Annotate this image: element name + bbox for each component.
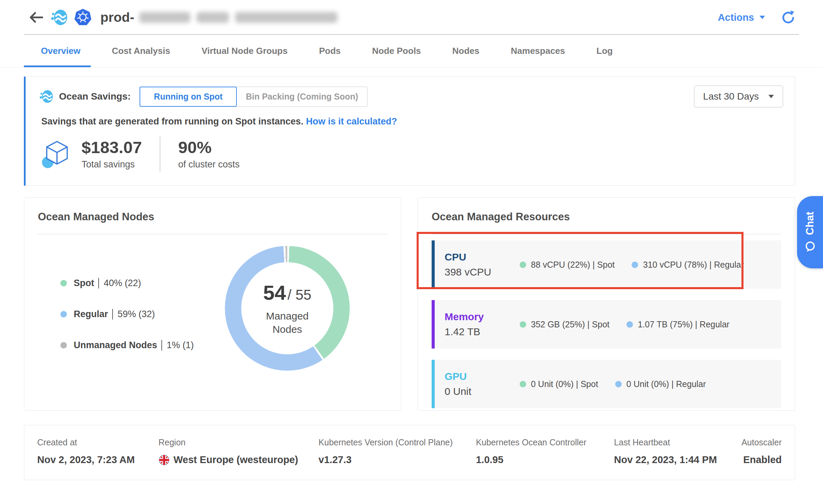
cpu-regular-stat: 310 vCPU (78%) | Regular xyxy=(632,260,744,270)
redacted-cluster-name xyxy=(139,12,337,23)
ocean-savings-icon xyxy=(39,89,54,104)
cpu-accent-bar xyxy=(432,240,435,289)
spot-dot-icon xyxy=(520,321,526,328)
cpu-regular-text: 310 vCPU (78%) | Regular xyxy=(643,260,744,270)
chevron-down-icon xyxy=(768,95,774,98)
gpu-regular-text: 0 Unit (0%) | Regular xyxy=(626,379,706,389)
legend-spot-value: 40% (22) xyxy=(98,278,141,288)
legend-unmanaged-name: Unmanaged Nodes xyxy=(74,340,157,351)
cluster-costs-percent: 90% xyxy=(178,138,240,157)
uk-flag-icon xyxy=(159,455,170,465)
gpu-name: GPU xyxy=(445,371,520,382)
savings-description: Savings that are generated from running … xyxy=(41,116,303,127)
regular-dot-icon xyxy=(632,262,638,268)
ocean-controller-value: 1.0.95 xyxy=(476,454,504,465)
ocean-savings-panel: Ocean Savings: Running on Spot Bin Packi… xyxy=(24,76,795,186)
how-calculated-link[interactable]: How is it calculated? xyxy=(306,116,397,127)
legend-item-unmanaged: Unmanaged Nodes 1% (1) xyxy=(60,340,194,351)
memory-accent-bar xyxy=(432,300,435,349)
tab-nodes[interactable]: Nodes xyxy=(452,35,479,67)
resource-row-gpu: GPU 0 Unit 0 Unit (0%) | Spot 0 Unit (0%… xyxy=(432,360,781,408)
last-heartbeat-item: Last Heartbeat Nov 22, 2023, 1:44 PM xyxy=(614,438,741,465)
savings-view-toggle: Running on Spot Bin Packing (Coming Soon… xyxy=(140,87,367,107)
k8s-version-item: Kubernetes Version (Control Plane) v1.27… xyxy=(319,438,476,465)
actions-label: Actions xyxy=(718,12,754,23)
last-heartbeat-label: Last Heartbeat xyxy=(614,438,741,447)
kubernetes-logo-icon xyxy=(74,8,92,27)
cluster-info-bar: Created at Nov 2, 2023, 7:23 AM Region W… xyxy=(24,425,795,480)
managed-nodes-donut-chart: 54 / 55 Managed Nodes xyxy=(225,246,350,371)
tab-node-pools[interactable]: Node Pools xyxy=(372,35,421,67)
tab-pods[interactable]: Pods xyxy=(319,35,341,67)
created-at-value: Nov 2, 2023, 7:23 AM xyxy=(37,454,135,465)
region-label: Region xyxy=(159,438,319,447)
cpu-name: CPU xyxy=(445,251,520,263)
bin-packing-toggle[interactable]: Bin Packing (Coming Soon) xyxy=(237,87,367,107)
gpu-accent-bar xyxy=(432,360,435,408)
memory-name: Memory xyxy=(445,311,520,323)
back-arrow-icon xyxy=(27,11,44,24)
tab-bar: Overview Cost Analysis Virtual Node Grou… xyxy=(0,35,823,68)
memory-spot-stat: 352 GB (25%) | Spot xyxy=(520,320,609,329)
spot-dot-icon xyxy=(520,381,526,387)
autoscaler-label: Autoscaler xyxy=(741,438,782,447)
ocean-logo-icon xyxy=(50,8,69,27)
cluster-costs-figure: 90% of cluster costs xyxy=(178,138,240,170)
region-item: Region West Europe (westeurope) xyxy=(159,438,319,465)
managed-resources-title: Ocean Managed Resources xyxy=(432,211,781,223)
chat-label: Chat xyxy=(804,212,816,235)
managed-nodes-title: Ocean Managed Nodes xyxy=(38,211,387,223)
back-button[interactable] xyxy=(27,10,44,25)
region-value: West Europe (westeurope) xyxy=(174,454,298,465)
cpu-spot-text: 88 vCPU (22%) | Spot xyxy=(531,260,615,270)
figure-divider xyxy=(160,136,160,172)
tab-log[interactable]: Log xyxy=(596,35,613,67)
cpu-spot-stat: 88 vCPU (22%) | Spot xyxy=(520,260,615,270)
resource-row-cpu: CPU 398 vCPU 88 vCPU (22%) | Spot 310 vC… xyxy=(432,240,781,289)
regular-dot-icon xyxy=(60,311,67,317)
regular-dot-icon xyxy=(615,381,622,387)
managed-count: 54 xyxy=(263,281,286,304)
gpu-total: 0 Unit xyxy=(445,386,520,397)
spot-dot-icon xyxy=(60,280,67,286)
k8s-version-value: v1.27.3 xyxy=(319,454,352,465)
chevron-down-icon xyxy=(760,16,765,19)
tab-namespaces[interactable]: Namespaces xyxy=(511,35,565,67)
ocean-controller-item: Kubernetes Ocean Controller 1.0.95 xyxy=(476,438,614,465)
running-on-spot-toggle[interactable]: Running on Spot xyxy=(140,87,237,107)
memory-regular-stat: 1.07 TB (75%) | Regular xyxy=(626,320,730,329)
card-divider xyxy=(432,234,781,234)
ocean-managed-nodes-card: Ocean Managed Nodes Spot 40% (22) Regula… xyxy=(24,197,401,411)
spot-dot-icon xyxy=(520,262,526,268)
last-heartbeat-value: Nov 22, 2023, 1:44 PM xyxy=(614,454,717,465)
memory-spot-text: 352 GB (25%) | Spot xyxy=(531,320,609,329)
refresh-icon[interactable] xyxy=(780,10,795,25)
ocean-managed-resources-card: Ocean Managed Resources CPU 398 vCPU 88 … xyxy=(418,197,795,411)
autoscaler-item: Autoscaler Enabled xyxy=(741,438,782,465)
actions-button[interactable]: Actions xyxy=(718,12,765,23)
ocean-controller-label: Kubernetes Ocean Controller xyxy=(476,438,614,447)
legend-regular-name: Regular xyxy=(74,309,108,320)
legend-item-spot: Spot 40% (22) xyxy=(60,278,194,288)
memory-total: 1.42 TB xyxy=(445,326,520,338)
period-dropdown[interactable]: Last 30 Days xyxy=(694,86,783,107)
unmanaged-dot-icon xyxy=(60,342,67,349)
tab-virtual-node-groups[interactable]: Virtual Node Groups xyxy=(202,35,288,67)
autoscaler-status: Enabled xyxy=(743,454,782,465)
savings-cube-icon xyxy=(41,138,73,170)
chat-bubble-icon xyxy=(804,240,816,253)
k8s-version-label: Kubernetes Version (Control Plane) xyxy=(319,438,476,447)
legend-spot-name: Spot xyxy=(74,278,94,288)
total-savings-label: Total savings xyxy=(82,159,142,170)
chat-button[interactable]: Chat xyxy=(797,196,823,268)
tab-cost-analysis[interactable]: Cost Analysis xyxy=(112,35,170,67)
tab-overview[interactable]: Overview xyxy=(41,35,81,67)
created-at-item: Created at Nov 2, 2023, 7:23 AM xyxy=(37,438,159,465)
cluster-costs-label: of cluster costs xyxy=(178,159,240,170)
donut-center: 54 / 55 Managed Nodes xyxy=(241,262,333,354)
ocean-savings-label: Ocean Savings: xyxy=(59,91,131,102)
period-value: Last 30 Days xyxy=(703,91,759,102)
memory-regular-text: 1.07 TB (75%) | Regular xyxy=(638,320,730,329)
nodes-legend: Spot 40% (22) Regular 59% (32) Unmanaged… xyxy=(60,278,194,371)
gpu-regular-stat: 0 Unit (0%) | Regular xyxy=(615,379,706,389)
